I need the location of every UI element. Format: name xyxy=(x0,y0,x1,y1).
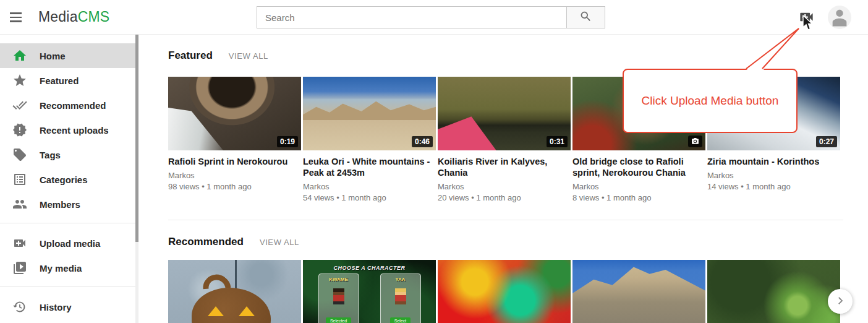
video-card xyxy=(707,260,840,323)
video-meta: 98 views • 1 month ago xyxy=(168,182,301,191)
game-heading-text: CHOOSE A CHARACTER xyxy=(334,265,406,271)
video-title[interactable]: Ziria mountain - Korinthos xyxy=(707,156,840,167)
chevron-right-icon xyxy=(835,295,846,308)
menu-icon[interactable] xyxy=(9,10,25,25)
video-thumbnail[interactable] xyxy=(572,260,705,323)
video-author[interactable]: Markos xyxy=(707,171,840,180)
mouse-cursor-icon xyxy=(802,15,814,32)
star-icon xyxy=(12,73,27,88)
video-thumbnail[interactable]: 0:46 xyxy=(303,77,436,150)
game-character-name: KWAME xyxy=(329,277,348,282)
video-title[interactable]: Rafioli Sprint in Nerokourou xyxy=(168,156,301,167)
sidebar-item-home[interactable]: Home xyxy=(0,43,136,68)
sidebar-item-recent-uploads[interactable]: Recent uploads xyxy=(0,118,136,142)
video-card: CHOOSE A CHARACTER KWAME Selected YAA Se… xyxy=(303,260,436,323)
game-character-name: YAA xyxy=(395,277,405,282)
categories-icon xyxy=(12,172,27,187)
annotation-text: Click Upload Media button xyxy=(642,94,779,108)
video-author[interactable]: Markos xyxy=(303,182,436,191)
recommended-view-all-link[interactable]: VIEW ALL xyxy=(260,238,299,247)
video-title[interactable]: Old bridge close to Rafioli sprint, Nero… xyxy=(572,156,705,178)
home-icon xyxy=(12,48,27,63)
game-select-button: Select xyxy=(390,317,411,323)
sidebar-divider xyxy=(0,223,136,223)
video-card xyxy=(572,260,705,323)
members-icon xyxy=(12,197,27,212)
video-author[interactable]: Markos xyxy=(572,182,705,191)
video-card xyxy=(168,260,301,323)
video-title[interactable]: Leuka Ori - White mountains - Peak at 24… xyxy=(303,156,436,178)
video-card: 0:31 Koiliaris River in Kalyves, Chania … xyxy=(438,77,571,202)
sidebar-scrollbar[interactable] xyxy=(135,35,138,323)
sidebar-item-recommended[interactable]: Recommended xyxy=(0,93,136,118)
recommended-title: Recommended xyxy=(168,236,244,248)
history-icon xyxy=(12,299,27,314)
upload-media-icon xyxy=(12,236,27,251)
person-icon xyxy=(829,7,850,29)
recommended-section-header: Recommended VIEW ALL xyxy=(168,236,299,248)
sidebar-divider xyxy=(0,286,136,287)
sidebar-item-categories[interactable]: Categories xyxy=(0,167,136,192)
video-thumbnail[interactable] xyxy=(707,260,840,323)
video-author[interactable]: Markos xyxy=(168,171,301,180)
video-card: 0:19 Rafioli Sprint in Nerokourou Markos… xyxy=(168,77,301,202)
duration-badge: 0:19 xyxy=(277,136,298,147)
double-check-icon xyxy=(12,98,27,113)
video-thumbnail[interactable] xyxy=(438,260,571,323)
duration-badge: 0:46 xyxy=(412,136,433,147)
duration-badge: 0:27 xyxy=(816,136,837,147)
search-input[interactable] xyxy=(257,6,567,28)
video-meta: 8 views • 1 month ago xyxy=(572,193,705,202)
search-button[interactable] xyxy=(566,6,605,28)
sidebar: Home Featured Recommended Recent uploads… xyxy=(0,35,136,323)
section-divider xyxy=(168,220,843,220)
tag-icon xyxy=(12,147,27,162)
photo-icon xyxy=(688,136,702,147)
annotation-pointer xyxy=(736,24,804,73)
video-meta: 54 views • 1 month ago xyxy=(303,193,436,202)
featured-title: Featured xyxy=(168,50,213,62)
sidebar-item-members[interactable]: Members xyxy=(0,192,136,217)
annotation-tooltip: Click Upload Media button xyxy=(623,69,798,133)
video-thumbnail[interactable] xyxy=(168,260,301,323)
video-meta: 20 views • 1 month ago xyxy=(438,193,571,202)
logo-media-text: Media xyxy=(38,9,78,25)
video-thumbnail[interactable]: 0:19 xyxy=(168,77,301,150)
video-card xyxy=(438,260,571,323)
app-logo[interactable]: MediaCMS xyxy=(38,9,109,25)
duration-badge: 0:31 xyxy=(547,136,568,147)
featured-view-all-link[interactable]: VIEW ALL xyxy=(229,51,268,61)
sidebar-item-my-media[interactable]: My media xyxy=(0,256,136,280)
search-bar xyxy=(257,6,605,28)
game-character-kwame xyxy=(333,288,344,304)
my-media-icon xyxy=(12,261,27,275)
new-releases-icon xyxy=(12,123,27,137)
user-avatar[interactable] xyxy=(828,6,851,29)
game-character-yaa xyxy=(395,288,406,304)
recommended-row: CHOOSE A CHARACTER KWAME Selected YAA Se… xyxy=(168,260,840,323)
sidebar-item-featured[interactable]: Featured xyxy=(0,68,136,93)
logo-cms-text: CMS xyxy=(78,9,110,25)
sidebar-item-history[interactable]: History xyxy=(0,295,136,319)
scrollbar-thumb[interactable] xyxy=(135,35,138,242)
sidebar-item-upload-media[interactable]: Upload media xyxy=(0,231,136,256)
video-meta: 14 views • 1 month ago xyxy=(707,182,840,191)
video-title[interactable]: Koiliaris River in Kalyves, Chania xyxy=(438,156,571,178)
video-thumbnail[interactable]: 0:31 xyxy=(438,77,571,150)
game-selected-button: Selected xyxy=(326,317,351,323)
featured-section-header: Featured VIEW ALL xyxy=(168,50,268,62)
video-author[interactable]: Markos xyxy=(438,182,571,191)
search-icon xyxy=(579,10,592,25)
video-thumbnail[interactable]: CHOOSE A CHARACTER KWAME Selected YAA Se… xyxy=(303,260,436,323)
carousel-next-button[interactable] xyxy=(828,289,853,314)
video-card: 0:46 Leuka Ori - White mountains - Peak … xyxy=(303,77,436,202)
sidebar-item-tags[interactable]: Tags xyxy=(0,142,136,167)
